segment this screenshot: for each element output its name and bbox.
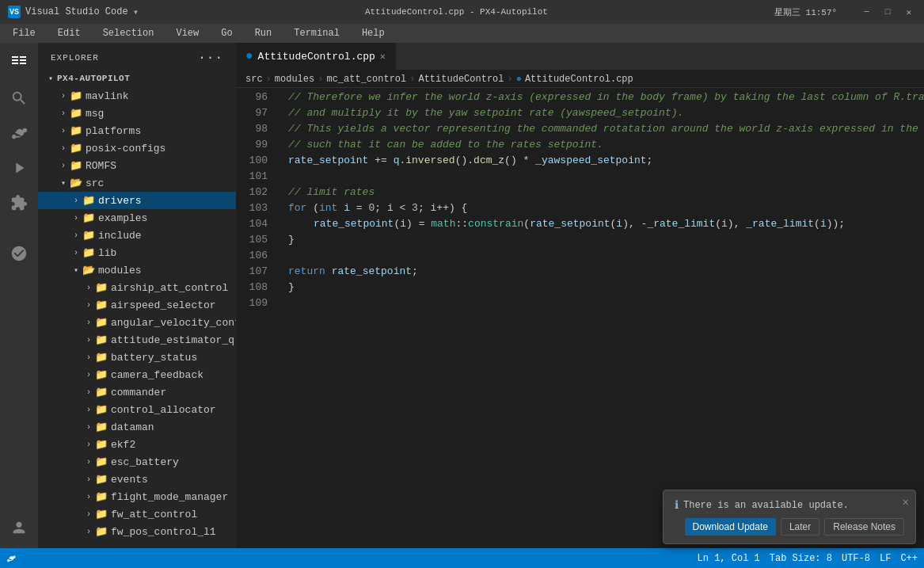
status-left bbox=[6, 554, 16, 563]
tab-close-button[interactable]: ✕ bbox=[380, 51, 386, 63]
status-branch bbox=[6, 554, 16, 563]
sidebar-header: EXPLORER ··· bbox=[38, 43, 236, 70]
update-message: ℹ There is an available update. bbox=[675, 498, 904, 512]
code-editor[interactable]: 96 97 98 99 100 101 102 103 104 105 106 … bbox=[236, 88, 924, 548]
update-info-icon: ℹ bbox=[675, 498, 679, 512]
sidebar-item-drivers[interactable]: › 📁 drivers bbox=[38, 192, 236, 209]
docker-activity-icon[interactable] bbox=[5, 239, 33, 268]
folder-open-icon: 📂 bbox=[70, 177, 82, 189]
minimize-button[interactable]: ─ bbox=[859, 6, 874, 18]
status-right: Ln 1, Col 1 Tab Size: 8 UTF-8 LF C++ bbox=[698, 553, 918, 564]
sidebar-item-ekf2[interactable]: › 📁 ekf2 bbox=[38, 436, 236, 453]
sidebar-item-msg[interactable]: › 📁 msg bbox=[38, 105, 236, 122]
breadcrumb-sep4: › bbox=[508, 74, 513, 85]
outline-section[interactable]: › OUTLINE bbox=[38, 543, 236, 548]
sidebar-item-commander[interactable]: › 📁 commander bbox=[38, 383, 236, 401]
breadcrumb-mc-att[interactable]: mc_att_control bbox=[326, 74, 406, 85]
sidebar-item-modules[interactable]: ▾ 📂 modules bbox=[38, 261, 236, 279]
sidebar-item-include[interactable]: › 📁 include bbox=[38, 227, 236, 244]
code-line-99: // such that it can be added to the rate… bbox=[288, 137, 924, 153]
breadcrumb-attcontrol[interactable]: AttitudeControl bbox=[418, 74, 504, 85]
sidebar-item-lib[interactable]: › 📁 lib bbox=[38, 244, 236, 261]
code-line-97: // and multiply it by the yaw setpoint r… bbox=[288, 105, 924, 121]
sidebar-item-angular[interactable]: › 📁 angular_velocity_controller bbox=[38, 314, 236, 331]
code-line-103: for (int i = 0; i < 3; i++) { bbox=[288, 200, 924, 216]
sidebar-item-mavlink[interactable]: › 📁 mavlink bbox=[38, 87, 236, 105]
status-tab-size[interactable]: Tab Size: 8 bbox=[770, 553, 832, 564]
menu-selection[interactable]: Selection bbox=[98, 26, 159, 40]
code-line-98: // This yields a vector representing the… bbox=[288, 121, 924, 137]
account-activity-icon[interactable] bbox=[5, 513, 33, 542]
extensions-activity-icon[interactable] bbox=[5, 189, 33, 217]
explorer-activity-icon[interactable] bbox=[5, 49, 33, 78]
menu-go[interactable]: Go bbox=[216, 26, 237, 40]
sidebar-item-camera[interactable]: › 📁 camera_feedback bbox=[38, 366, 236, 383]
run-debug-activity-icon[interactable] bbox=[5, 154, 33, 182]
code-lines[interactable]: // Therefore we infer the world z-axis (… bbox=[276, 88, 924, 548]
folder-icon: 📁 bbox=[95, 368, 108, 381]
vscode-logo: VS bbox=[8, 6, 21, 18]
breadcrumb-sep1: › bbox=[266, 74, 272, 85]
code-line-108: } bbox=[288, 280, 924, 295]
code-line-105: } bbox=[288, 232, 924, 248]
status-line-col[interactable]: Ln 1, Col 1 bbox=[698, 553, 760, 564]
folder-icon: 📁 bbox=[95, 421, 108, 433]
update-close-button[interactable]: ✕ bbox=[903, 495, 909, 509]
tab-filename: AttitudeControl.cpp bbox=[258, 51, 375, 63]
folder-icon: 📁 bbox=[95, 403, 108, 416]
folder-icon: 📁 bbox=[82, 229, 95, 242]
menu-run[interactable]: Run bbox=[250, 26, 277, 40]
folder-icon: 📁 bbox=[95, 438, 108, 451]
sidebar-item-root[interactable]: ▾ PX4-AUTOPILOT bbox=[38, 70, 236, 87]
close-button[interactable]: ✕ bbox=[901, 6, 916, 19]
maximize-button[interactable]: □ bbox=[880, 6, 895, 18]
tab-attitudecontrol[interactable]: ● AttitudeControl.cpp ✕ bbox=[236, 43, 396, 70]
sidebar-item-platforms[interactable]: › 📁 platforms bbox=[38, 122, 236, 139]
sidebar-item-control-allocator[interactable]: › 📁 control_allocator bbox=[38, 401, 236, 418]
sidebar-item-posix-configs[interactable]: › 📁 posix-configs bbox=[38, 139, 236, 157]
search-activity-icon[interactable] bbox=[5, 84, 33, 112]
sidebar-item-examples[interactable]: › 📁 examples bbox=[38, 209, 236, 227]
sidebar-item-fw-pos[interactable]: › 📁 fw_pos_control_l1 bbox=[38, 523, 236, 540]
folder-icon: 📁 bbox=[70, 159, 82, 172]
menu-view[interactable]: View bbox=[171, 26, 203, 40]
status-line-ending[interactable]: LF bbox=[880, 553, 891, 564]
update-notification: ✕ ℹ There is an available update. Downlo… bbox=[663, 490, 916, 544]
folder-icon: 📁 bbox=[70, 142, 82, 154]
sidebar-item-dataman[interactable]: › 📁 dataman bbox=[38, 418, 236, 436]
sidebar-item-src[interactable]: ▾ 📂 src bbox=[38, 174, 236, 192]
folder-icon: 📁 bbox=[95, 473, 108, 486]
code-line-100: rate_setpoint += q.inversed().dcm_z() * … bbox=[288, 153, 924, 169]
title-bar: VS Visual Studio Code ▾ AttitudeControl.… bbox=[0, 0, 924, 24]
menu-file[interactable]: File bbox=[8, 26, 40, 40]
title-bar-left: VS Visual Studio Code ▾ bbox=[8, 6, 139, 18]
code-line-96: // Therefore we infer the world z-axis (… bbox=[288, 90, 924, 105]
sidebar-item-battery[interactable]: › 📁 battery_status bbox=[38, 349, 236, 366]
sidebar-item-airship[interactable]: › 📁 airship_att_control bbox=[38, 279, 236, 296]
menu-terminal[interactable]: Terminal bbox=[289, 26, 344, 40]
code-line-104: rate_setpoint(i) = math::constrain(rate_… bbox=[288, 216, 924, 232]
sidebar-item-flight-mode[interactable]: › 📁 flight_mode_manager bbox=[38, 488, 236, 505]
breadcrumb-src[interactable]: src bbox=[245, 74, 263, 85]
status-encoding[interactable]: UTF-8 bbox=[842, 553, 870, 564]
menu-help[interactable]: Help bbox=[357, 26, 390, 40]
source-control-activity-icon[interactable] bbox=[5, 119, 33, 147]
sidebar-tree: ▾ PX4-AUTOPILOT › 📁 mavlink › 📁 msg › 📁 … bbox=[38, 70, 236, 548]
sidebar-more-options[interactable]: ··· bbox=[198, 51, 223, 65]
download-update-button[interactable]: Download Update bbox=[685, 518, 776, 536]
sidebar-item-airspeed[interactable]: › 📁 airspeed_selector bbox=[38, 296, 236, 314]
sidebar-item-attitude[interactable]: › 📁 attitude_estimator_q bbox=[38, 331, 236, 349]
breadcrumb-sep3: › bbox=[409, 74, 415, 85]
status-language[interactable]: C++ bbox=[900, 553, 918, 564]
update-later-button[interactable]: Later bbox=[781, 518, 819, 536]
menu-edit[interactable]: Edit bbox=[53, 26, 86, 40]
breadcrumb-modules[interactable]: modules bbox=[275, 74, 314, 85]
folder-icon: 📁 bbox=[70, 124, 82, 137]
release-notes-button[interactable]: Release Notes bbox=[824, 518, 904, 536]
sidebar-item-events[interactable]: › 📁 events bbox=[38, 471, 236, 488]
sidebar-item-esc-battery[interactable]: › 📁 esc_battery bbox=[38, 453, 236, 471]
sidebar-item-ROMFS[interactable]: › 📁 ROMFS bbox=[38, 157, 236, 174]
folder-icon: 📁 bbox=[95, 299, 108, 311]
title-dropdown-arrow[interactable]: ▾ bbox=[133, 6, 139, 18]
sidebar-item-fw-att[interactable]: › 📁 fw_att_control bbox=[38, 505, 236, 523]
